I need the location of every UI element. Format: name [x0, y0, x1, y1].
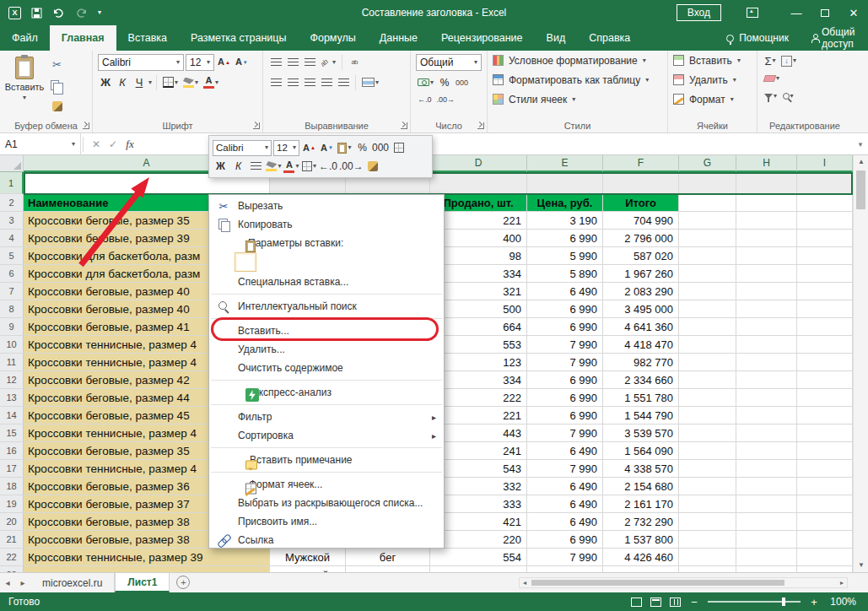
page-layout-view-icon[interactable] — [650, 597, 661, 607]
cell-F4[interactable]: 2 796 000 — [603, 230, 679, 247]
cell-H17[interactable] — [736, 460, 797, 478]
cell-E3[interactable]: 3 190 — [527, 212, 603, 230]
zoom-slider-thumb[interactable] — [782, 597, 785, 606]
cell-D5[interactable]: 98 — [430, 247, 527, 265]
font-name-combo[interactable]: Calibri▾ — [98, 54, 184, 71]
cell-E23[interactable] — [527, 566, 603, 572]
select-all-corner[interactable] — [0, 155, 24, 172]
mini-fill-color-button[interactable]: ▾ — [266, 159, 282, 175]
cell-I10[interactable] — [797, 336, 853, 354]
cell-I9[interactable] — [797, 318, 853, 336]
zoom-level[interactable]: 100% — [828, 596, 856, 608]
cell-F1[interactable] — [603, 172, 679, 194]
menu-item-cut[interactable]: ✂Вырезать — [209, 197, 444, 215]
mini-center-button[interactable] — [248, 159, 264, 175]
cell-F20[interactable]: 2 732 290 — [603, 513, 679, 531]
tab-Разметка страницы[interactable]: Разметка страницы — [179, 25, 298, 51]
cell-H6[interactable] — [736, 265, 797, 283]
cell-F13[interactable]: 1 551 780 — [603, 389, 679, 407]
cell-F2[interactable]: Итого — [603, 194, 679, 212]
cell-E15[interactable]: 7 990 — [527, 424, 603, 442]
ribbon-display-options-icon[interactable] — [747, 8, 758, 18]
column-header-E[interactable]: E — [527, 155, 603, 172]
customize-qat-icon[interactable]: ▾ — [98, 9, 101, 16]
cell-E20[interactable]: 6 490 — [527, 513, 603, 531]
cell-D2[interactable]: Продано, шт. — [430, 194, 527, 212]
cell-E4[interactable]: 6 990 — [527, 230, 603, 247]
align-center-button[interactable] — [285, 74, 300, 91]
restore-button[interactable] — [811, 0, 839, 25]
mini-increase-decimal-button[interactable]: ←.0 — [319, 159, 337, 175]
menu-item-clear-contents[interactable]: Очистить содержимое — [209, 359, 444, 377]
align-bottom-button[interactable] — [302, 54, 317, 71]
column-header-H[interactable]: H — [736, 155, 797, 172]
cell-H22[interactable] — [736, 549, 797, 566]
tab-Вид[interactable]: Вид — [535, 25, 578, 51]
bold-button[interactable]: Ж — [98, 74, 113, 91]
row-header-4[interactable]: 4 — [0, 230, 24, 247]
format-button[interactable]: Формат▾ — [668, 89, 757, 109]
cell-E6[interactable]: 5 890 — [527, 265, 603, 283]
cell-I13[interactable] — [797, 389, 853, 407]
cell-D13[interactable]: 222 — [430, 389, 527, 407]
mini-font-name-combo[interactable]: Calibri▾ — [213, 140, 272, 156]
cell-H12[interactable] — [736, 371, 797, 389]
cell-D22[interactable]: 554 — [430, 549, 527, 566]
share-button[interactable]: Общий доступ — [797, 25, 868, 51]
sheet-tab-list1[interactable]: Лист1 — [115, 573, 170, 592]
cell-I14[interactable] — [797, 407, 853, 424]
cell-G19[interactable] — [679, 495, 736, 513]
cell-I5[interactable] — [797, 247, 853, 265]
delete-cells-button[interactable]: Удалить▾ — [668, 70, 757, 89]
clear-button[interactable]: ▾ — [763, 70, 781, 87]
cell-E19[interactable]: 6 490 — [527, 495, 603, 513]
cell-F14[interactable]: 1 544 790 — [603, 407, 679, 424]
column-header-I[interactable]: I — [797, 155, 853, 172]
cell-G10[interactable] — [679, 336, 736, 354]
wrap-text-button[interactable]: ab — [347, 54, 362, 71]
cell-D3[interactable]: 221 — [430, 212, 527, 230]
sheet-nav-left-icon[interactable]: ◂ — [0, 573, 15, 592]
cell-styles-button[interactable]: Стили ячеек▾ — [488, 89, 667, 109]
cell-I7[interactable] — [797, 283, 853, 300]
undo-icon[interactable] — [52, 8, 65, 18]
tab-Рецензирование[interactable]: Рецензирование — [429, 25, 535, 51]
cell-G18[interactable] — [679, 478, 736, 495]
cell-D15[interactable]: 443 — [430, 424, 527, 442]
menu-item-define-name[interactable]: Присвоить имя... — [209, 512, 444, 531]
mini-font-size-combo[interactable]: 12▾ — [273, 140, 299, 156]
cell-D8[interactable]: 500 — [430, 300, 527, 318]
increase-indent-button[interactable] — [336, 74, 351, 91]
cell-G16[interactable] — [679, 442, 736, 460]
cell-C22[interactable]: бег — [346, 549, 430, 566]
cell-G1[interactable] — [679, 172, 736, 194]
cell-E16[interactable]: 6 490 — [527, 442, 603, 460]
mini-paste-button[interactable]: ▾ — [337, 140, 353, 156]
tab-Формулы[interactable]: Формулы — [298, 25, 367, 51]
cell-E12[interactable]: 6 990 — [527, 371, 603, 389]
cell-H8[interactable] — [736, 300, 797, 318]
insert-cells-button[interactable]: Вставить▾ — [668, 51, 757, 70]
cell-F10[interactable]: 4 418 470 — [603, 336, 679, 354]
scroll-down-icon[interactable]: ▼ — [854, 559, 868, 572]
cell-E8[interactable]: 6 990 — [527, 300, 603, 318]
dialog-launcher-icon[interactable] — [253, 122, 260, 129]
sort-filter-button[interactable]: ▾ — [763, 88, 779, 105]
cell-F5[interactable]: 587 020 — [603, 247, 679, 265]
cell-G15[interactable] — [679, 424, 736, 442]
horizontal-scrollbar[interactable]: ◂ ▸ — [519, 577, 848, 588]
redo-icon[interactable] — [75, 8, 88, 18]
cell-H16[interactable] — [736, 442, 797, 460]
decrease-indent-button[interactable] — [319, 74, 334, 91]
cell-G21[interactable] — [679, 531, 736, 549]
number-format-combo[interactable]: Общий▾ — [416, 54, 482, 71]
copy-button[interactable]: ▾ — [49, 77, 65, 94]
cell-H3[interactable] — [736, 212, 797, 230]
underline-button[interactable]: Ч — [132, 74, 147, 91]
cell-I18[interactable] — [797, 478, 853, 495]
cell-F18[interactable]: 2 154 680 — [603, 478, 679, 495]
menu-item-format-cells[interactable]: Формат ячеек... — [209, 475, 444, 494]
zoom-out-button[interactable]: − — [689, 596, 699, 608]
dialog-launcher-icon[interactable] — [83, 122, 89, 129]
menu-item-insert-comment[interactable]: Вставить примечание — [209, 451, 444, 469]
